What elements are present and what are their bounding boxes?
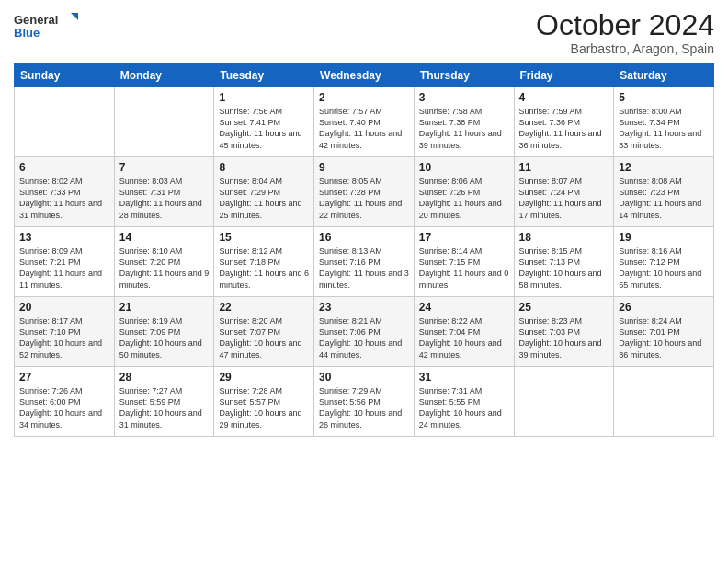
day-number: 2 bbox=[319, 91, 409, 104]
day-info: Sunrise: 8:12 AMSunset: 7:18 PMDaylight:… bbox=[219, 246, 309, 291]
day-number: 21 bbox=[119, 301, 210, 314]
calendar-day-cell: 13Sunrise: 8:09 AMSunset: 7:21 PMDayligh… bbox=[15, 227, 115, 297]
day-info: Sunrise: 8:10 AMSunset: 7:20 PMDaylight:… bbox=[119, 246, 210, 291]
day-number: 29 bbox=[219, 371, 309, 384]
day-number: 12 bbox=[619, 161, 709, 174]
day-info: Sunrise: 8:04 AMSunset: 7:29 PMDaylight:… bbox=[219, 176, 309, 221]
day-number: 23 bbox=[319, 301, 409, 314]
day-info: Sunrise: 7:56 AMSunset: 7:41 PMDaylight:… bbox=[219, 106, 309, 151]
calendar-day-cell bbox=[514, 367, 614, 437]
calendar-day-cell: 24Sunrise: 8:22 AMSunset: 7:04 PMDayligh… bbox=[414, 297, 514, 367]
calendar-day-cell: 18Sunrise: 8:15 AMSunset: 7:13 PMDayligh… bbox=[514, 227, 614, 297]
calendar-day-cell: 25Sunrise: 8:23 AMSunset: 7:03 PMDayligh… bbox=[514, 297, 614, 367]
day-info: Sunrise: 7:58 AMSunset: 7:38 PMDaylight:… bbox=[419, 106, 509, 151]
day-info: Sunrise: 8:08 AMSunset: 7:23 PMDaylight:… bbox=[619, 176, 709, 221]
weekday-header: Tuesday bbox=[214, 64, 314, 87]
main-title: October 2024 bbox=[536, 9, 714, 41]
day-info: Sunrise: 8:00 AMSunset: 7:34 PMDaylight:… bbox=[619, 106, 709, 151]
day-number: 22 bbox=[219, 301, 309, 314]
day-number: 20 bbox=[19, 301, 109, 314]
day-info: Sunrise: 8:23 AMSunset: 7:03 PMDaylight:… bbox=[519, 316, 609, 361]
calendar-day-cell: 22Sunrise: 8:20 AMSunset: 7:07 PMDayligh… bbox=[214, 297, 314, 367]
calendar-day-cell: 11Sunrise: 8:07 AMSunset: 7:24 PMDayligh… bbox=[514, 157, 614, 227]
day-number: 11 bbox=[519, 161, 609, 174]
calendar-day-cell: 27Sunrise: 7:26 AMSunset: 6:00 PMDayligh… bbox=[15, 367, 115, 437]
calendar-week-row: 27Sunrise: 7:26 AMSunset: 6:00 PMDayligh… bbox=[15, 367, 714, 437]
day-info: Sunrise: 8:17 AMSunset: 7:10 PMDaylight:… bbox=[19, 316, 109, 361]
day-info: Sunrise: 8:14 AMSunset: 7:15 PMDaylight:… bbox=[419, 246, 509, 291]
calendar-day-cell: 1Sunrise: 7:56 AMSunset: 7:41 PMDaylight… bbox=[214, 87, 314, 157]
logo-svg: General Blue bbox=[14, 9, 78, 44]
day-number: 10 bbox=[419, 161, 509, 174]
calendar-day-cell: 14Sunrise: 8:10 AMSunset: 7:20 PMDayligh… bbox=[114, 227, 214, 297]
calendar-day-cell: 9Sunrise: 8:05 AMSunset: 7:28 PMDaylight… bbox=[314, 157, 415, 227]
day-number: 14 bbox=[119, 231, 210, 244]
calendar-day-cell: 29Sunrise: 7:28 AMSunset: 5:57 PMDayligh… bbox=[214, 367, 314, 437]
weekday-header: Wednesday bbox=[314, 64, 415, 87]
day-number: 5 bbox=[619, 91, 709, 104]
calendar-day-cell: 6Sunrise: 8:02 AMSunset: 7:33 PMDaylight… bbox=[15, 157, 115, 227]
day-number: 8 bbox=[219, 161, 309, 174]
calendar-day-cell: 26Sunrise: 8:24 AMSunset: 7:01 PMDayligh… bbox=[614, 297, 714, 367]
day-info: Sunrise: 8:20 AMSunset: 7:07 PMDaylight:… bbox=[219, 316, 309, 361]
day-info: Sunrise: 7:28 AMSunset: 5:57 PMDaylight:… bbox=[219, 385, 309, 431]
weekday-header: Saturday bbox=[614, 64, 714, 87]
day-info: Sunrise: 8:24 AMSunset: 7:01 PMDaylight:… bbox=[619, 316, 709, 361]
day-info: Sunrise: 8:19 AMSunset: 7:09 PMDaylight:… bbox=[119, 316, 210, 361]
day-info: Sunrise: 8:13 AMSunset: 7:16 PMDaylight:… bbox=[319, 246, 409, 291]
weekday-header: Friday bbox=[514, 64, 614, 87]
day-number: 15 bbox=[219, 231, 309, 244]
day-number: 3 bbox=[419, 91, 509, 104]
day-number: 25 bbox=[519, 301, 609, 314]
day-info: Sunrise: 8:07 AMSunset: 7:24 PMDaylight:… bbox=[519, 176, 609, 221]
day-number: 31 bbox=[419, 371, 509, 384]
calendar-week-row: 1Sunrise: 7:56 AMSunset: 7:41 PMDaylight… bbox=[15, 87, 714, 157]
day-info: Sunrise: 8:16 AMSunset: 7:12 PMDaylight:… bbox=[619, 246, 709, 291]
calendar-day-cell: 21Sunrise: 8:19 AMSunset: 7:09 PMDayligh… bbox=[114, 297, 214, 367]
day-info: Sunrise: 8:22 AMSunset: 7:04 PMDaylight:… bbox=[419, 316, 509, 361]
calendar-day-cell: 10Sunrise: 8:06 AMSunset: 7:26 PMDayligh… bbox=[414, 157, 514, 227]
calendar-week-row: 20Sunrise: 8:17 AMSunset: 7:10 PMDayligh… bbox=[15, 297, 714, 367]
day-info: Sunrise: 8:02 AMSunset: 7:33 PMDaylight:… bbox=[19, 176, 109, 221]
calendar-day-cell bbox=[114, 87, 214, 157]
day-info: Sunrise: 8:21 AMSunset: 7:06 PMDaylight:… bbox=[319, 316, 409, 361]
day-number: 17 bbox=[419, 231, 509, 244]
logo: General Blue bbox=[14, 9, 78, 44]
calendar-day-cell: 30Sunrise: 7:29 AMSunset: 5:56 PMDayligh… bbox=[314, 367, 415, 437]
svg-text:Blue: Blue bbox=[14, 26, 40, 40]
day-number: 13 bbox=[19, 231, 109, 244]
calendar: SundayMondayTuesdayWednesdayThursdayFrid… bbox=[14, 63, 714, 437]
weekday-header: Sunday bbox=[15, 64, 115, 87]
calendar-day-cell: 4Sunrise: 7:59 AMSunset: 7:36 PMDaylight… bbox=[514, 87, 614, 157]
weekday-header: Thursday bbox=[414, 64, 514, 87]
day-info: Sunrise: 8:03 AMSunset: 7:31 PMDaylight:… bbox=[119, 176, 210, 221]
calendar-day-cell: 3Sunrise: 7:58 AMSunset: 7:38 PMDaylight… bbox=[414, 87, 514, 157]
day-info: Sunrise: 7:59 AMSunset: 7:36 PMDaylight:… bbox=[519, 106, 609, 151]
day-number: 1 bbox=[219, 91, 309, 104]
calendar-day-cell: 28Sunrise: 7:27 AMSunset: 5:59 PMDayligh… bbox=[114, 367, 214, 437]
day-number: 18 bbox=[519, 231, 609, 244]
day-number: 26 bbox=[619, 301, 709, 314]
day-number: 7 bbox=[119, 161, 210, 174]
day-number: 6 bbox=[19, 161, 109, 174]
calendar-day-cell bbox=[614, 367, 714, 437]
day-info: Sunrise: 7:26 AMSunset: 6:00 PMDaylight:… bbox=[19, 385, 109, 431]
svg-text:General: General bbox=[14, 13, 58, 27]
day-number: 28 bbox=[119, 371, 210, 384]
day-number: 24 bbox=[419, 301, 509, 314]
calendar-day-cell: 16Sunrise: 8:13 AMSunset: 7:16 PMDayligh… bbox=[314, 227, 415, 297]
calendar-day-cell: 23Sunrise: 8:21 AMSunset: 7:06 PMDayligh… bbox=[314, 297, 415, 367]
calendar-week-row: 13Sunrise: 8:09 AMSunset: 7:21 PMDayligh… bbox=[15, 227, 714, 297]
day-info: Sunrise: 8:06 AMSunset: 7:26 PMDaylight:… bbox=[419, 176, 509, 221]
day-info: Sunrise: 7:27 AMSunset: 5:59 PMDaylight:… bbox=[119, 385, 210, 431]
day-info: Sunrise: 7:57 AMSunset: 7:40 PMDaylight:… bbox=[319, 106, 409, 151]
day-number: 4 bbox=[519, 91, 609, 104]
header: General Blue October 2024 Barbastro, Ara… bbox=[14, 9, 714, 56]
svg-marker-2 bbox=[71, 13, 78, 20]
day-number: 27 bbox=[19, 371, 109, 384]
calendar-day-cell: 15Sunrise: 8:12 AMSunset: 7:18 PMDayligh… bbox=[214, 227, 314, 297]
calendar-day-cell: 12Sunrise: 8:08 AMSunset: 7:23 PMDayligh… bbox=[614, 157, 714, 227]
day-number: 9 bbox=[319, 161, 409, 174]
day-number: 16 bbox=[319, 231, 409, 244]
calendar-day-cell: 17Sunrise: 8:14 AMSunset: 7:15 PMDayligh… bbox=[414, 227, 514, 297]
